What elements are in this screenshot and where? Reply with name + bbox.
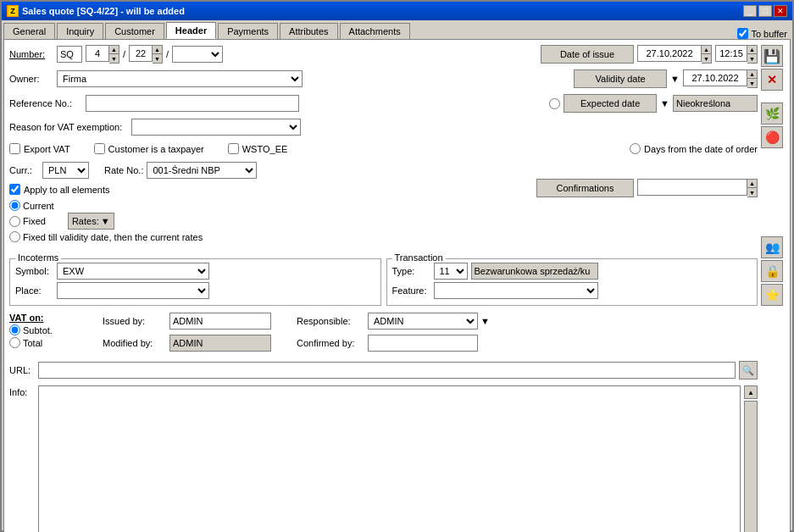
time-input[interactable]: [715, 45, 747, 62]
tab-attachments[interactable]: Attachments: [340, 23, 410, 39]
confirmed-by-input[interactable]: [368, 335, 478, 352]
number-v2-down[interactable]: ▼: [153, 54, 162, 63]
responsible-arrow: ▼: [480, 316, 490, 326]
maximize-button[interactable]: □: [758, 5, 772, 17]
date-up[interactable]: ▲: [702, 46, 711, 54]
time-up[interactable]: ▲: [747, 46, 757, 54]
currency-select[interactable]: PLN: [42, 162, 89, 179]
tab-inquiry[interactable]: Inquiry: [57, 23, 103, 39]
date-issue-input[interactable]: [637, 45, 702, 62]
number-v2-up[interactable]: ▲: [153, 46, 162, 54]
days-order-radio[interactable]: [630, 143, 641, 154]
right-sidebar: 💾 ✕ 🌿 🔴 👥 🔒 ⭐: [761, 45, 785, 532]
number-value1-spin: ▲ ▼: [86, 45, 119, 64]
export-vat-checkbox[interactable]: [9, 143, 20, 154]
fixed-validity-radio[interactable]: [9, 231, 20, 242]
minimize-button[interactable]: _: [743, 5, 757, 17]
date-of-issue-button[interactable]: Date of issue: [541, 45, 634, 64]
reference-label: Reference No.:: [9, 98, 82, 108]
url-browse-button[interactable]: 🔍: [739, 361, 758, 380]
validity-date-input[interactable]: [683, 69, 747, 86]
number-value1[interactable]: [86, 45, 109, 62]
expected-date-button[interactable]: Expected date: [564, 94, 657, 113]
number-value2[interactable]: [129, 45, 153, 62]
users-button[interactable]: 👥: [761, 236, 783, 258]
number-label: Number:: [9, 49, 53, 59]
tab-customer[interactable]: Customer: [105, 23, 164, 39]
cancel-button[interactable]: ✕: [761, 69, 783, 91]
apply-all-checkbox[interactable]: [9, 184, 20, 195]
validity-dropdown-icon[interactable]: ▼: [670, 74, 680, 84]
tab-header[interactable]: Header: [166, 22, 216, 39]
subtot-radio[interactable]: [9, 324, 20, 335]
owner-select[interactable]: Firma: [57, 70, 303, 87]
current-radio[interactable]: [9, 200, 20, 211]
lock-button[interactable]: 🔒: [761, 260, 783, 282]
number-value2-spin: ▲ ▼: [129, 45, 163, 64]
time-down[interactable]: ▼: [747, 54, 757, 63]
info-scroll: ▲ ▼: [744, 385, 758, 532]
window-title: Sales quote [SQ-4/22] - will be added: [22, 6, 185, 16]
expected-dropdown-icon[interactable]: ▼: [660, 98, 669, 108]
total-radio[interactable]: [9, 337, 20, 348]
info-scroll-down[interactable]: [744, 401, 758, 532]
red1-button[interactable]: 🔴: [761, 126, 783, 148]
issued-by-input[interactable]: [169, 313, 271, 330]
left-panel: Curr.: PLN Rate No.: 001-Średni NBP Appl…: [9, 162, 528, 245]
fixed-validity-radio-row: Fixed till validity date, then the curre…: [9, 231, 203, 242]
feature-select[interactable]: [434, 282, 598, 299]
feature-label: Feature:: [392, 285, 430, 296]
validity-down[interactable]: ▼: [747, 79, 757, 87]
number-v1-up[interactable]: ▲: [109, 46, 119, 54]
expected-radio[interactable]: [549, 98, 560, 109]
tab-payments[interactable]: Payments: [218, 23, 278, 39]
reference-row: Reference No.: Expected date ▼: [9, 94, 758, 113]
reference-input[interactable]: [86, 95, 299, 112]
rates-button[interactable]: Rates: ▼: [68, 213, 114, 230]
curr-row: Curr.: PLN Rate No.: 001-Średni NBP: [9, 162, 528, 179]
issued-by-label: Issued by:: [103, 316, 166, 326]
url-input[interactable]: [38, 362, 736, 379]
date-issue-spin: ▲ ▼: [637, 45, 712, 64]
confirmations-input[interactable]: [637, 179, 747, 196]
date-down[interactable]: ▼: [702, 54, 711, 63]
rate-no-select[interactable]: 001-Średni NBP: [147, 162, 257, 179]
current-radio-row: Current: [9, 200, 203, 211]
modified-by-input: [169, 335, 271, 352]
info-row: Info: ▲ ▼: [9, 385, 758, 532]
tab-attributes[interactable]: Attributes: [280, 23, 337, 39]
apply-all-row: Apply to all elements: [9, 184, 528, 195]
symbol-select[interactable]: EXW: [57, 263, 209, 280]
conf-down[interactable]: ▼: [747, 188, 757, 197]
type-select[interactable]: 11: [434, 263, 468, 280]
info-scroll-up[interactable]: ▲: [744, 385, 758, 399]
number-prefix[interactable]: [57, 46, 82, 63]
confirmations-button[interactable]: Confirmations: [536, 179, 634, 197]
responsible-select[interactable]: ADMIN: [368, 313, 478, 330]
star-button[interactable]: ⭐: [761, 284, 783, 306]
responsible-label: Responsible:: [297, 316, 364, 326]
vat-reason-select[interactable]: [131, 119, 301, 136]
number-v1-down[interactable]: ▼: [109, 54, 119, 63]
save-button[interactable]: 💾: [761, 45, 783, 67]
confirmations-spin: ▲ ▼: [637, 179, 758, 197]
conf-up[interactable]: ▲: [747, 180, 757, 188]
validity-up[interactable]: ▲: [747, 70, 757, 79]
tab-general[interactable]: General: [3, 23, 55, 39]
checkboxes-row: Export VAT Customer is a taxpayer WSTO_E…: [9, 143, 758, 154]
fixed-radio[interactable]: [9, 216, 20, 227]
url-label: URL:: [9, 365, 35, 375]
close-button[interactable]: ✕: [774, 5, 787, 17]
fixed-validity-label: Fixed till validity date, then the curre…: [23, 232, 203, 242]
customer-taxpayer-checkbox[interactable]: [94, 143, 105, 154]
info-textarea[interactable]: [38, 385, 741, 532]
to-buffer-checkbox[interactable]: [737, 28, 748, 39]
subtot-label: Subtot.: [23, 325, 53, 335]
validity-date-button[interactable]: Validity date: [574, 69, 667, 88]
symbol-row: Symbol: EXW: [15, 263, 375, 280]
expected-date-input[interactable]: [673, 95, 758, 112]
number-suffix-select[interactable]: [172, 46, 223, 63]
place-select[interactable]: [57, 282, 209, 299]
green1-button[interactable]: 🌿: [761, 103, 783, 125]
wsto-ee-checkbox[interactable]: [228, 143, 239, 154]
